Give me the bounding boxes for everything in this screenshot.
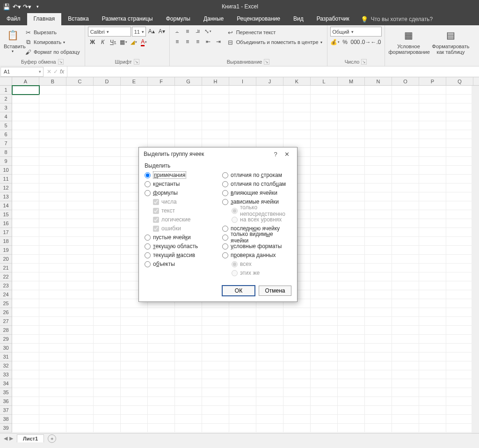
cell[interactable]	[283, 326, 311, 335]
cell[interactable]	[338, 370, 365, 379]
cell[interactable]	[94, 406, 121, 415]
cell[interactable]	[419, 317, 446, 326]
column-header[interactable]: B	[39, 77, 66, 85]
tab-data[interactable]: Данные	[197, 13, 230, 25]
cell[interactable]	[66, 272, 94, 281]
format-as-table-button[interactable]: ▤ Форматировать как таблицу	[430, 27, 472, 56]
cell[interactable]	[12, 415, 39, 424]
cell[interactable]	[338, 148, 365, 157]
cell[interactable]	[202, 317, 229, 326]
cell[interactable]	[148, 308, 175, 317]
cell[interactable]	[392, 112, 419, 121]
row-header[interactable]: 28	[0, 326, 12, 335]
cell[interactable]	[66, 379, 94, 388]
cell[interactable]	[446, 148, 473, 157]
cell[interactable]	[419, 112, 446, 121]
horizontal-scrollbar[interactable]	[0, 443, 479, 448]
borders-button[interactable]: ▦	[119, 37, 128, 47]
cell[interactable]	[283, 335, 311, 344]
tab-developer[interactable]: Разработчик	[310, 13, 356, 25]
cell[interactable]	[311, 379, 338, 388]
cell[interactable]	[256, 130, 283, 139]
cell[interactable]	[229, 95, 256, 103]
row-header[interactable]: 3	[0, 103, 12, 112]
shrink-font-button[interactable]: A▾	[157, 27, 167, 36]
cell[interactable]	[12, 424, 39, 433]
cell[interactable]	[148, 406, 175, 415]
cell[interactable]	[311, 112, 338, 121]
cell[interactable]	[365, 344, 392, 353]
cell[interactable]	[283, 112, 311, 121]
cell[interactable]	[12, 388, 39, 397]
option-visible[interactable]: только видимые ячейки	[222, 233, 291, 242]
cell[interactable]	[419, 370, 446, 379]
cell[interactable]	[256, 415, 283, 424]
cell[interactable]	[446, 219, 473, 228]
cell[interactable]	[148, 344, 175, 353]
cell[interactable]	[311, 388, 338, 397]
cell[interactable]	[39, 255, 66, 264]
tell-me-search[interactable]: 💡 Что вы хотите сделать?	[356, 13, 438, 25]
cell[interactable]	[419, 103, 446, 112]
cell[interactable]	[12, 397, 39, 406]
cell[interactable]	[283, 361, 311, 370]
row-header[interactable]: 31	[0, 353, 12, 361]
cell[interactable]	[392, 228, 419, 237]
cell[interactable]	[419, 228, 446, 237]
cell[interactable]	[256, 370, 283, 379]
cell[interactable]	[419, 166, 446, 175]
cell[interactable]	[311, 192, 338, 201]
cell[interactable]	[256, 103, 283, 112]
cell[interactable]	[338, 166, 365, 175]
cell[interactable]	[229, 424, 256, 433]
cell[interactable]	[392, 424, 419, 433]
cell[interactable]	[39, 219, 66, 228]
cell[interactable]	[365, 415, 392, 424]
row-header[interactable]: 16	[0, 219, 12, 228]
cell[interactable]	[66, 95, 94, 103]
cell[interactable]	[175, 388, 202, 397]
cell[interactable]	[66, 184, 94, 192]
cell[interactable]	[12, 139, 39, 148]
cell[interactable]	[12, 326, 39, 335]
save-icon[interactable]: 💾	[3, 3, 10, 10]
cell[interactable]	[121, 388, 148, 397]
cell[interactable]	[66, 121, 94, 130]
cell[interactable]	[12, 130, 39, 139]
cell[interactable]	[419, 361, 446, 370]
cell[interactable]	[148, 95, 175, 103]
column-header[interactable]: O	[392, 77, 419, 85]
cell[interactable]	[283, 130, 311, 139]
cell[interactable]	[94, 103, 121, 112]
cell[interactable]	[392, 246, 419, 255]
cell[interactable]	[311, 308, 338, 317]
cell[interactable]	[12, 308, 39, 317]
cell[interactable]	[392, 415, 419, 424]
cell[interactable]	[283, 388, 311, 397]
cell[interactable]	[229, 415, 256, 424]
cell[interactable]	[94, 317, 121, 326]
cell[interactable]	[365, 406, 392, 415]
cell[interactable]	[338, 237, 365, 246]
cell[interactable]	[392, 379, 419, 388]
cell[interactable]	[12, 192, 39, 201]
cell[interactable]	[229, 326, 256, 335]
cell[interactable]	[175, 130, 202, 139]
cell[interactable]	[175, 317, 202, 326]
cell[interactable]	[121, 130, 148, 139]
cell[interactable]	[283, 344, 311, 353]
cell[interactable]	[338, 139, 365, 148]
accounting-button[interactable]: 💰	[330, 37, 340, 47]
cell[interactable]	[392, 201, 419, 210]
column-header[interactable]: K	[283, 77, 311, 85]
cell[interactable]	[121, 424, 148, 433]
cell[interactable]	[66, 406, 94, 415]
cell[interactable]	[446, 317, 473, 326]
cell[interactable]	[94, 184, 121, 192]
tab-view[interactable]: Вид	[287, 13, 310, 25]
row-header[interactable]: 17	[0, 228, 12, 237]
cell[interactable]	[419, 130, 446, 139]
cell[interactable]	[202, 415, 229, 424]
cell[interactable]	[229, 335, 256, 344]
cell[interactable]	[256, 361, 283, 370]
